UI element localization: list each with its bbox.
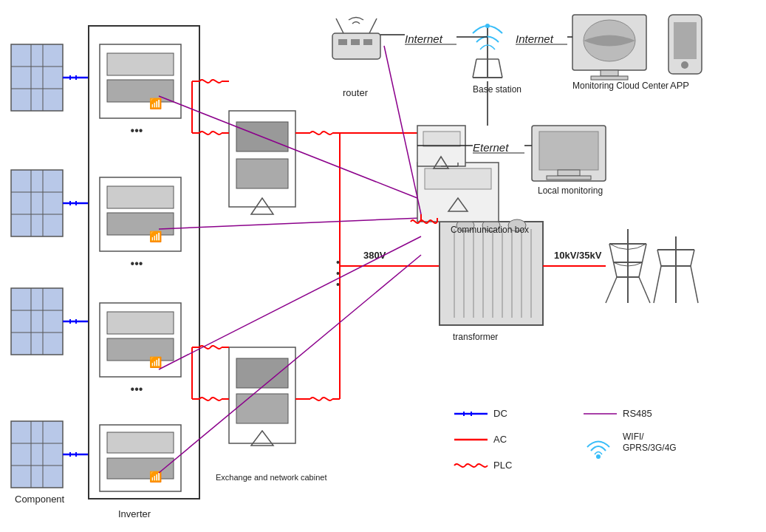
svg-rect-58 bbox=[236, 394, 288, 423]
svg-rect-57 bbox=[236, 358, 288, 388]
svg-rect-122 bbox=[332, 33, 380, 59]
svg-text:📶: 📶 bbox=[149, 471, 163, 483]
svg-rect-149 bbox=[558, 170, 580, 176]
svg-text:PLC: PLC bbox=[493, 460, 512, 471]
svg-line-134 bbox=[499, 59, 502, 78]
svg-text:📶: 📶 bbox=[149, 98, 163, 110]
svg-rect-140 bbox=[601, 70, 618, 76]
exchange-cabinet-1 bbox=[229, 111, 295, 214]
svg-rect-5 bbox=[11, 170, 63, 236]
svg-rect-34 bbox=[107, 53, 174, 75]
svg-text:📶: 📶 bbox=[149, 231, 163, 243]
svg-text:•: • bbox=[336, 279, 340, 290]
inverter-unit-1: 📶 ••• bbox=[100, 44, 181, 137]
svg-rect-150 bbox=[547, 176, 591, 180]
svg-line-112 bbox=[159, 218, 421, 229]
solar-panel-1 bbox=[11, 44, 63, 111]
svg-line-102 bbox=[606, 277, 617, 303]
inverter-unit-2: 📶 ••• bbox=[100, 177, 181, 270]
svg-text:Monitoring Cloud Center: Monitoring Cloud Center bbox=[572, 81, 668, 91]
svg-text:•••: ••• bbox=[131, 124, 143, 137]
monitoring-cloud-icon bbox=[572, 15, 646, 80]
svg-line-100 bbox=[609, 244, 617, 277]
svg-rect-125 bbox=[363, 39, 372, 45]
svg-text:router: router bbox=[343, 87, 369, 98]
svg-text:Base station: Base station bbox=[473, 84, 522, 95]
svg-text:Eternet: Eternet bbox=[473, 141, 509, 154]
svg-text:Inverter: Inverter bbox=[118, 508, 151, 519]
base-station-icon bbox=[473, 24, 502, 78]
svg-text:•••: ••• bbox=[131, 257, 143, 270]
svg-line-133 bbox=[473, 59, 476, 78]
svg-text:•••: ••• bbox=[131, 383, 143, 395]
svg-rect-116 bbox=[425, 168, 491, 189]
inverter-unit-3: 📶 ••• bbox=[100, 303, 181, 395]
svg-rect-49 bbox=[107, 432, 174, 453]
svg-rect-148 bbox=[539, 132, 598, 170]
svg-rect-45 bbox=[107, 338, 174, 361]
svg-rect-44 bbox=[107, 312, 174, 334]
svg-line-108 bbox=[691, 250, 694, 266]
transformer bbox=[440, 219, 543, 325]
svg-line-113 bbox=[159, 236, 421, 369]
svg-text:DC: DC bbox=[493, 408, 507, 419]
comm-box-local-icon bbox=[417, 126, 465, 168]
svg-line-107 bbox=[657, 250, 661, 266]
svg-rect-0 bbox=[11, 44, 63, 111]
svg-text:Local monitoring: Local monitoring bbox=[538, 185, 603, 196]
svg-point-135 bbox=[485, 24, 490, 28]
solar-panel-4 bbox=[11, 421, 63, 488]
svg-text:Exchange and network cabinet: Exchange and network cabinet bbox=[216, 473, 326, 482]
svg-rect-35 bbox=[107, 80, 174, 102]
svg-line-110 bbox=[691, 266, 698, 303]
svg-text:WIFI/: WIFI/ bbox=[623, 432, 644, 442]
svg-line-162 bbox=[384, 46, 421, 214]
svg-line-103 bbox=[639, 277, 650, 303]
svg-text:•: • bbox=[336, 256, 340, 268]
legend-wifi-icon bbox=[587, 442, 609, 460]
svg-rect-152 bbox=[423, 132, 460, 146]
svg-rect-141 bbox=[591, 76, 628, 80]
svg-rect-81 bbox=[440, 222, 543, 325]
solar-panel-2 bbox=[11, 170, 63, 236]
svg-text:Internet: Internet bbox=[516, 33, 554, 45]
svg-text:AC: AC bbox=[493, 434, 507, 445]
svg-line-109 bbox=[654, 266, 661, 303]
inverter-unit-4: 📶 bbox=[100, 425, 181, 491]
svg-text:Internet: Internet bbox=[405, 33, 443, 45]
svg-text:📶: 📶 bbox=[149, 356, 163, 369]
svg-rect-143 bbox=[674, 22, 697, 59]
communication-box bbox=[417, 163, 499, 222]
svg-rect-54 bbox=[236, 159, 288, 188]
svg-line-101 bbox=[639, 244, 646, 277]
exchange-cabinet-2 bbox=[229, 347, 295, 446]
svg-text:transformer: transformer bbox=[453, 332, 498, 342]
svg-line-126 bbox=[336, 18, 343, 33]
svg-rect-39 bbox=[107, 186, 174, 208]
svg-line-114 bbox=[159, 255, 421, 473]
svg-line-127 bbox=[369, 18, 377, 33]
coil-bottom-left bbox=[192, 346, 229, 400]
svg-rect-124 bbox=[351, 39, 360, 45]
app-icon bbox=[668, 15, 702, 74]
local-monitoring-icon bbox=[532, 126, 606, 181]
diagram-container: 📶 ••• 📶 ••• 📶 ••• 📶 bbox=[0, 0, 766, 532]
power-grid-tower bbox=[606, 229, 698, 303]
solar-panel-3 bbox=[11, 288, 63, 355]
svg-text:10kV/35kV: 10kV/35kV bbox=[554, 250, 602, 261]
coil-top-right bbox=[295, 132, 340, 134]
svg-text:APP: APP bbox=[670, 80, 689, 91]
svg-rect-15 bbox=[11, 421, 63, 488]
svg-point-168 bbox=[596, 454, 601, 459]
svg-rect-40 bbox=[107, 213, 174, 235]
svg-marker-55 bbox=[251, 198, 273, 214]
svg-line-111 bbox=[159, 96, 421, 200]
coil-bottom-right bbox=[295, 398, 340, 400]
svg-text:Communication box: Communication box bbox=[451, 225, 529, 235]
router-icon bbox=[332, 18, 380, 60]
svg-text:RS485: RS485 bbox=[623, 408, 652, 419]
svg-text:Component: Component bbox=[15, 494, 65, 505]
svg-text:GPRS/3G/4G: GPRS/3G/4G bbox=[623, 443, 677, 453]
svg-rect-10 bbox=[11, 288, 63, 355]
coil-top-left bbox=[192, 80, 229, 134]
